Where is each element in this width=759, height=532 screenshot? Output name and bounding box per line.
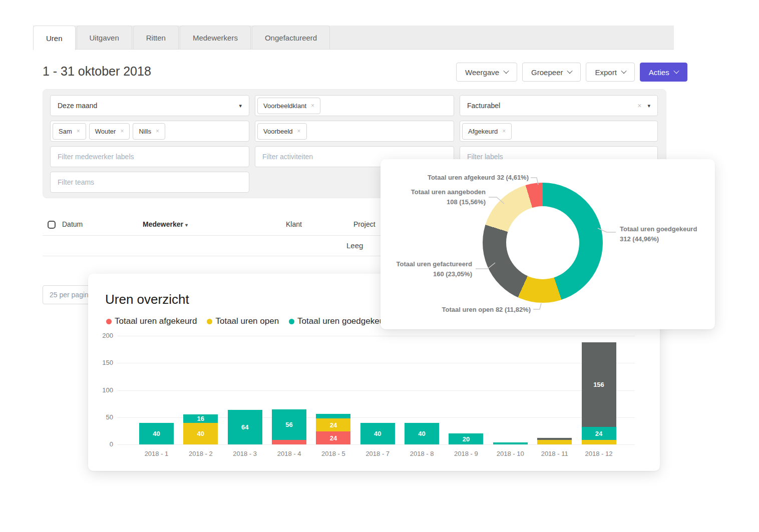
x-axis-tick-label: 2018 - 7	[355, 450, 400, 457]
filter-tag[interactable]: Nills×	[133, 123, 165, 140]
filter-tag[interactable]: Wouter×	[89, 123, 130, 140]
y-axis-tick-label: 0	[88, 440, 113, 448]
groepeer-button[interactable]: Groepeer	[522, 63, 581, 82]
column-header-medewerker[interactable]: Medewerker▾	[143, 220, 188, 228]
tab-ritten[interactable]: Ritten	[133, 26, 179, 49]
acties-button[interactable]: Acties	[640, 63, 687, 82]
donut-label: Totaal uren goedgekeurd312 (44,96%)	[620, 224, 697, 244]
column-header-datum[interactable]: Datum	[62, 220, 83, 228]
bar-segment: 20	[449, 433, 483, 444]
donut-label-name: Totaal uren aangeboden	[411, 187, 486, 197]
chevron-down-icon	[621, 68, 626, 73]
billable-select[interactable]: Facturabel × ▾	[460, 95, 658, 116]
project-filter-input[interactable]: Voorbeeld×	[255, 121, 454, 142]
stacked-bar: 2424	[316, 414, 350, 444]
bar-segment: 40	[360, 423, 395, 444]
column-header-klant[interactable]: Klant	[286, 220, 302, 228]
bar-value-label: 24	[330, 421, 337, 429]
tab-uitgaven[interactable]: Uitgaven	[77, 26, 132, 49]
filter-tag-label: Voorbeeldklant	[263, 102, 306, 110]
bar-value-label: 20	[463, 435, 470, 443]
chevron-down-icon: ▾	[239, 103, 242, 109]
donut-label-value: 160 (23,05%)	[397, 269, 472, 279]
toolbar-buttons: WeergaveGroepeerExportActies	[456, 63, 687, 82]
tab-ongefactureerd[interactable]: Ongefactureerd	[252, 26, 330, 49]
sort-caret-icon: ▾	[185, 222, 188, 228]
bar-value-label: 40	[197, 430, 204, 437]
bar-value-label: 24	[595, 430, 602, 437]
filter-tag[interactable]: Afgekeurd×	[462, 123, 512, 140]
bar-value-label: 40	[418, 430, 425, 437]
gridline	[117, 390, 635, 391]
x-axis-tick-label: 2018 - 5	[311, 450, 355, 457]
remove-icon[interactable]: ×	[156, 128, 159, 135]
donut-label-name: Totaal uren goedgekeurd	[620, 224, 697, 234]
billable-select-value: Facturabel	[467, 102, 637, 110]
gridline	[117, 444, 635, 445]
bar-segment: 64	[228, 410, 262, 444]
donut-hole	[506, 206, 579, 279]
employee-filter-input[interactable]: Sam×Wouter×Nills×	[50, 121, 249, 142]
teams-filter-input[interactable]	[50, 172, 249, 193]
donut-chart	[483, 183, 603, 303]
bar-segment: 156	[582, 342, 616, 427]
tab-uren[interactable]: Uren	[33, 26, 76, 50]
x-axis-tick-label: 2018 - 12	[577, 450, 621, 457]
chevron-down-icon: ▾	[647, 103, 650, 109]
donut-label: Totaal uren aangeboden108 (15,56%)	[411, 187, 486, 207]
remove-icon[interactable]: ×	[311, 102, 314, 109]
employee-labels-filter-input[interactable]	[50, 146, 249, 167]
tab-medewerkers[interactable]: Medewerkers	[180, 26, 251, 49]
stacked-bar: 56	[272, 409, 306, 444]
filter-tag-label: Wouter	[95, 128, 116, 135]
donut-label-value: 312 (44,96%)	[620, 234, 697, 244]
bar-value-label: 64	[241, 423, 248, 431]
x-axis-tick-label: 2018 - 9	[444, 450, 488, 457]
donut-label-value: 108 (15,56%)	[411, 197, 486, 207]
bar-value-label: 24	[330, 434, 337, 442]
bar-segment	[582, 440, 616, 444]
remove-icon[interactable]: ×	[502, 128, 506, 135]
button-label: Acties	[649, 68, 669, 77]
x-axis-tick-label: 2018 - 3	[223, 450, 267, 457]
bar-segment: 24	[316, 418, 350, 431]
x-axis-tick-label: 2018 - 10	[488, 450, 533, 457]
y-axis-tick-label: 150	[88, 359, 113, 366]
chevron-down-icon	[673, 68, 679, 73]
period-select[interactable]: Deze maand ▾	[50, 95, 249, 116]
bar-segment: 24	[582, 427, 616, 440]
status-filter-input[interactable]: Afgekeurd×	[460, 121, 658, 142]
x-axis-tick-label: 2018 - 11	[532, 450, 577, 457]
select-all-checkbox[interactable]	[48, 221, 56, 229]
filter-tag[interactable]: Sam×	[53, 123, 86, 140]
export-button[interactable]: Export	[586, 63, 634, 82]
bar-segment: 40	[183, 423, 218, 444]
bar-value-label: 16	[197, 415, 204, 422]
stacked-bar: 24156	[582, 342, 616, 444]
column-header-project[interactable]: Project	[353, 220, 375, 228]
gridline	[117, 336, 635, 336]
filter-tag[interactable]: Voorbeeldklant×	[257, 98, 320, 114]
remove-icon[interactable]: ×	[77, 128, 80, 135]
filter-tag[interactable]: Voorbeeld×	[257, 123, 307, 140]
bar-value-label: 40	[153, 430, 160, 437]
remove-icon[interactable]: ×	[297, 128, 301, 135]
bar-value-label: 156	[593, 381, 604, 388]
stacked-bar: 4016	[183, 414, 218, 444]
client-filter-input[interactable]: Voorbeeldklant×	[255, 95, 454, 116]
weergave-button[interactable]: Weergave	[456, 63, 517, 82]
bar-segment: 56	[272, 409, 306, 440]
bar-segment: 40	[139, 423, 174, 444]
clear-icon[interactable]: ×	[637, 102, 641, 110]
filter-tag-label: Voorbeeld	[263, 128, 293, 135]
bar-segment: 24	[316, 431, 350, 444]
filter-tag-label: Afgekeurd	[468, 128, 498, 135]
remove-icon[interactable]: ×	[120, 128, 124, 135]
donut-label: Totaal uren gefactureerd160 (23,05%)	[397, 259, 472, 279]
donut-label: Totaal uren open 82 (11,82%)	[442, 305, 531, 315]
filter-tag-label: Nills	[139, 128, 151, 135]
x-axis-tick-label: 2018 - 8	[400, 450, 444, 457]
button-label: Groepeer	[531, 68, 563, 77]
empty-cell: Leeg	[346, 241, 363, 250]
per-page-value: 25 per pagina	[50, 291, 93, 299]
